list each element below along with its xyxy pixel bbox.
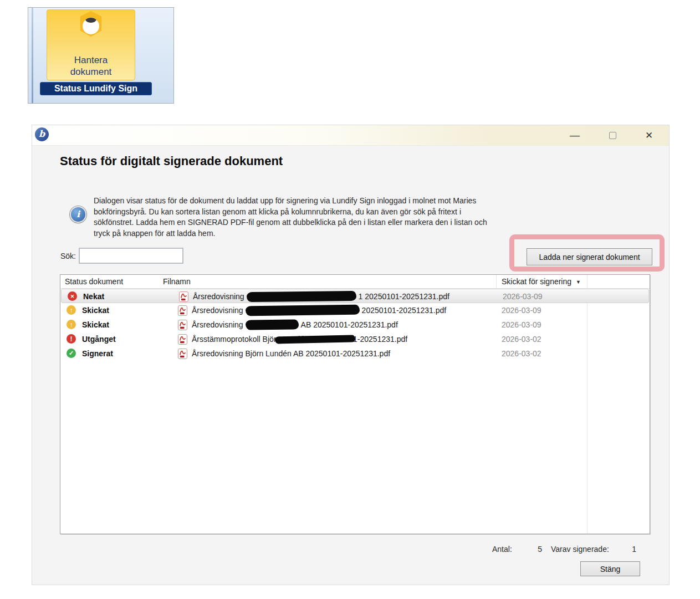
column-header-sent-for-signing[interactable]: Skickat för signering▼ <box>502 277 581 286</box>
pdf-file-icon <box>178 320 187 330</box>
redaction-scribble <box>247 291 356 302</box>
person-document-icon <box>71 11 111 50</box>
filename-cell: ÅrsredovisningAB 20250101-20251231.pdf <box>178 318 494 332</box>
minimize-button[interactable]: — <box>566 127 583 143</box>
filename-text: Årsstämmoprotokoll Björn Lundén AB 20250… <box>192 332 407 346</box>
antal-label: Antal: <box>492 545 512 554</box>
status-label: Signerat <box>82 349 113 358</box>
skickat-status-icon: ↑ <box>67 305 76 315</box>
table-row[interactable]: !Utgånget Årsstämmoprotokoll Björn Lundé… <box>60 332 650 346</box>
ribbon-fragment: Hantera dokument Status Lundify Sign <box>28 7 174 104</box>
stang-button[interactable]: Stäng <box>580 561 640 576</box>
redaction-scribble <box>246 319 299 330</box>
screen: Hantera dokument Status Lundify Sign b —… <box>0 0 700 599</box>
sort-desc-icon: ▼ <box>576 279 581 285</box>
filename-text: Årsredovisning Björn Lundén AB 20250101-… <box>192 346 390 361</box>
filename-cell: Årsredovisning1 20250101-20251231.pdf <box>179 289 495 304</box>
status-label: Skickat <box>82 320 109 329</box>
pdf-file-icon <box>178 334 187 345</box>
column-header-filename[interactable]: Filnamn <box>163 277 191 286</box>
close-button[interactable]: ✕ <box>641 127 657 143</box>
status-label: Nekat <box>83 292 104 301</box>
close-icon: ✕ <box>645 130 653 141</box>
status-label: Skickat <box>82 306 109 315</box>
table-header: Status dokument Filnamn Skickat för sign… <box>60 275 650 289</box>
varav-signerade-label: Varav signerade: <box>551 545 609 554</box>
ribbon-button-label: Hantera dokument <box>47 54 135 78</box>
title-bar: b — ✕ <box>32 125 669 146</box>
status-label: Utgånget <box>82 335 116 344</box>
skickat-status-icon: ↑ <box>67 320 76 329</box>
download-signed-document-button[interactable]: Ladda ner signerat dokument <box>527 248 652 265</box>
nekat-status-icon: ✕ <box>68 291 77 301</box>
filename-text: Årsredovisning20250101-20251231.pdf <box>192 303 446 318</box>
redaction-scribble <box>275 335 355 344</box>
documents-table: Status dokument Filnamn Skickat för sign… <box>60 274 650 534</box>
filename-text: Årsredovisning1 20250101-20251231.pdf <box>193 289 449 304</box>
table-row[interactable]: ↑Skickat ÅrsredovisningAB 20250101-20251… <box>60 318 650 332</box>
filename-cell: Årsredovisning Björn Lundén AB 20250101-… <box>178 346 494 361</box>
sent-date: 2026-03-09 <box>502 306 541 315</box>
info-icon: i <box>70 206 86 223</box>
filename-text: ÅrsredovisningAB 20250101-20251231.pdf <box>192 318 398 332</box>
maximize-icon <box>609 132 616 139</box>
bl-logo-icon: b <box>35 127 49 141</box>
sent-date: 2026-03-09 <box>502 320 541 329</box>
redaction-scribble <box>246 305 360 316</box>
maximize-button[interactable] <box>604 127 621 143</box>
varav-signerade-value: 1 <box>620 545 636 554</box>
table-body: ✕Nekat Årsredovisning1 20250101-20251231… <box>60 289 650 361</box>
filename-cell: Årsstämmoprotokoll Björn Lundén AB 20250… <box>178 332 494 346</box>
status-dialog-window: b — ✕ Status för digitalt signerade doku… <box>32 125 670 585</box>
info-text: Dialogen visar status för de dokument du… <box>94 196 554 239</box>
antal-value: 5 <box>525 545 542 554</box>
table-row[interactable]: ✕Nekat Årsredovisning1 20250101-20251231… <box>61 289 649 303</box>
sent-date: 2026-03-09 <box>503 292 543 301</box>
search-input[interactable] <box>79 248 183 264</box>
hantera-dokument-button[interactable]: Hantera dokument <box>47 9 135 80</box>
sent-date: 2026-03-02 <box>502 335 541 344</box>
sent-date: 2026-03-02 <box>502 349 541 358</box>
pdf-file-icon <box>178 349 187 359</box>
filename-cell: Årsredovisning20250101-20251231.pdf <box>178 303 494 318</box>
utganget-status-icon: ! <box>67 334 76 344</box>
search-label: Sök: <box>60 252 76 260</box>
column-header-status[interactable]: Status dokument <box>65 277 123 286</box>
minimize-icon: — <box>570 130 580 141</box>
status-lundify-sign-label: Status Lundify Sign <box>40 82 152 95</box>
pdf-file-icon <box>178 305 187 316</box>
dialog-title: Status för digitalt signerade dokument <box>60 154 283 168</box>
column-divider <box>496 275 497 289</box>
pdf-file-icon <box>179 291 188 302</box>
signerat-status-icon: ✓ <box>67 349 76 358</box>
table-row[interactable]: ↑Skickat Årsredovisning20250101-20251231… <box>60 303 650 318</box>
table-row[interactable]: ✓Signerat Årsredovisning Björn Lundén AB… <box>60 346 650 361</box>
